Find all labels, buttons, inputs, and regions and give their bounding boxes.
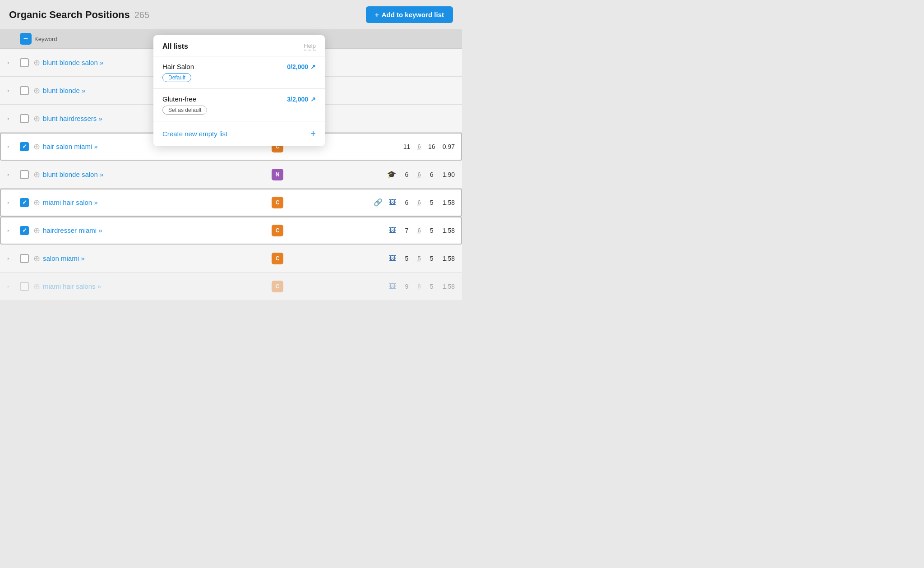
table-row-checked: › ⊕ hairdresser miami » C 🖼 7 6 5 1.58 — [0, 217, 462, 245]
image-icon: 🖼 — [389, 254, 396, 263]
row-checkbox[interactable] — [20, 114, 29, 123]
position-num2: 8 — [418, 283, 421, 290]
list-item-gluten-free: Gluten-free 3/2,000 ↗ Set as default — [153, 89, 325, 121]
intent-badge: N — [272, 169, 283, 180]
image-icon: 🖼 — [389, 282, 396, 291]
deselect-all-button[interactable] — [20, 33, 32, 45]
keyword-cell: ⊕ miami hair salons » — [33, 282, 268, 291]
data-num1: 5 — [427, 255, 436, 262]
data-num1: 16 — [427, 143, 436, 150]
data-num2: 1.58 — [443, 283, 455, 290]
keyword-text[interactable]: blunt hairdressers » — [43, 115, 102, 122]
keyword-cell: ⊕ hairdresser miami » — [33, 226, 268, 236]
position-num: 5 — [402, 255, 411, 262]
data-cols: 🖼 7 6 5 1.58 — [283, 226, 455, 235]
expand-arrow[interactable]: › — [7, 171, 20, 178]
expand-arrow[interactable]: › — [7, 255, 20, 262]
list-item-row: Hair Salon 0/2,000 ↗ — [162, 63, 316, 70]
row-checkbox[interactable] — [20, 254, 29, 263]
list-count[interactable]: 0/2,000 ↗ — [287, 63, 316, 70]
set-default-button[interactable]: Set as default — [162, 106, 207, 115]
row-checkbox[interactable] — [20, 170, 29, 179]
position-num2: 5 — [418, 255, 421, 262]
row-checkbox[interactable] — [20, 282, 29, 291]
row-checkbox[interactable] — [20, 58, 29, 67]
data-cols: 🔗 🖼 6 6 5 1.58 — [283, 198, 455, 207]
external-link-icon[interactable]: ↗ — [310, 96, 316, 103]
list-tag-row: Default — [162, 73, 316, 82]
keyword-text[interactable]: salon miami » — [43, 254, 85, 262]
add-to-list-icon[interactable]: ⊕ — [33, 58, 40, 68]
keyword-text[interactable]: blunt blonde salon » — [43, 59, 103, 66]
list-name[interactable]: Hair Salon — [162, 63, 194, 70]
position-num: 9 — [402, 283, 411, 290]
add-to-list-icon[interactable]: ⊕ — [33, 114, 40, 124]
data-num1: 5 — [427, 199, 436, 206]
table-row-checked: › ⊕ miami hair salon » C 🔗 🖼 6 6 5 1.58 — [0, 189, 462, 217]
create-new-row[interactable]: Create new empty list + — [153, 121, 325, 146]
plus-icon: + — [375, 11, 379, 18]
position-num: 7 — [402, 227, 411, 234]
add-to-list-icon[interactable]: ⊕ — [33, 282, 40, 291]
page-header: Organic Search Positions 265 + Add to ke… — [0, 0, 462, 29]
position-num: 11 — [402, 143, 411, 150]
add-to-list-icon[interactable]: ⊕ — [33, 254, 40, 263]
list-count[interactable]: 3/2,000 ↗ — [287, 96, 316, 103]
table-row: › ⊕ salon miami » C 🖼 5 5 5 1.58 — [0, 245, 462, 272]
keyword-cell: ⊕ miami hair salon » — [33, 198, 268, 208]
data-num2: 1.58 — [443, 199, 455, 206]
table-row: › ⊕ miami hair salons » C 🖼 9 8 5 1.58 — [0, 272, 462, 300]
help-link[interactable]: Help — [304, 42, 316, 51]
row-checkbox[interactable] — [20, 198, 29, 207]
keyword-text[interactable]: hairdresser miami » — [43, 226, 102, 234]
header-left: Organic Search Positions 265 — [9, 9, 149, 21]
row-checkbox[interactable] — [20, 86, 29, 95]
row-checkbox[interactable] — [20, 142, 29, 151]
expand-arrow[interactable]: › — [7, 88, 20, 94]
expand-arrow[interactable]: › — [7, 115, 20, 122]
keyword-text[interactable]: miami hair salons » — [43, 282, 101, 290]
image-icon: 🖼 — [389, 199, 396, 207]
keyword-text[interactable]: blunt blonde » — [43, 87, 85, 94]
expand-arrow[interactable]: › — [7, 283, 20, 290]
add-to-list-icon[interactable]: ⊕ — [33, 226, 40, 236]
link-icon: 🔗 — [374, 198, 383, 207]
keyword-cell: ⊕ salon miami » — [33, 254, 268, 263]
expand-arrow[interactable]: › — [7, 143, 20, 150]
keyword-text[interactable]: hair salon miami » — [43, 143, 98, 150]
add-to-list-icon[interactable]: ⊕ — [33, 142, 40, 152]
intent-badge: C — [272, 253, 283, 264]
keyword-text[interactable]: miami hair salon » — [43, 199, 98, 206]
expand-arrow[interactable]: › — [7, 227, 20, 234]
add-keyword-button[interactable]: + Add to keyword list — [366, 6, 453, 23]
add-to-list-icon[interactable]: ⊕ — [33, 86, 40, 96]
image-icon: 🖼 — [389, 226, 396, 235]
data-num2: 1.90 — [443, 171, 455, 178]
add-to-list-icon[interactable]: ⊕ — [33, 198, 40, 208]
keyword-text[interactable]: blunt blonde salon » — [43, 171, 103, 178]
external-link-icon[interactable]: ↗ — [310, 63, 316, 70]
position-num: 6 — [402, 171, 411, 178]
add-to-list-icon[interactable]: ⊕ — [33, 170, 40, 180]
create-new-plus-icon[interactable]: + — [310, 129, 316, 139]
table-row: › ⊕ blunt blonde salon » N 🎓 6 6 6 1.90 — [0, 161, 462, 189]
data-num2: 1.58 — [443, 255, 455, 262]
dropdown-title: All lists — [162, 42, 188, 51]
list-name[interactable]: Gluten-free — [162, 95, 196, 103]
position-num: 6 — [402, 199, 411, 206]
intent-badge: C — [272, 281, 283, 292]
default-badge: Default — [162, 73, 191, 82]
position-num2: 6 — [418, 171, 421, 178]
data-cols: 🖼 5 5 5 1.58 — [283, 254, 455, 263]
check-col-header[interactable] — [20, 33, 34, 45]
data-cols: 🖼 9 8 5 1.58 — [283, 282, 455, 291]
create-new-label[interactable]: Create new empty list — [162, 130, 227, 138]
row-checkbox[interactable] — [20, 226, 29, 235]
position-num2: 6 — [418, 199, 421, 206]
list-item-hair-salon: Hair Salon 0/2,000 ↗ Default — [153, 56, 325, 89]
expand-arrow[interactable]: › — [7, 199, 20, 206]
expand-arrow[interactable]: › — [7, 60, 20, 66]
data-num1: 6 — [427, 171, 436, 178]
position-num2: 6 — [418, 227, 421, 234]
page-title: Organic Search Positions — [9, 9, 130, 21]
